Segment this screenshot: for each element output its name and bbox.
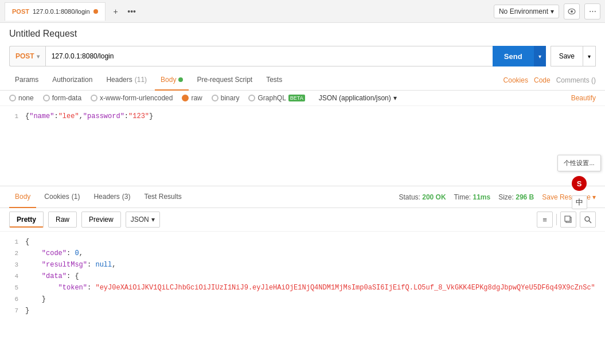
cookies-link[interactable]: Cookies [503, 76, 528, 84]
resp-wrap-button[interactable]: ≡ [537, 212, 553, 228]
settings-button[interactable]: ⋯ [584, 3, 600, 19]
response-status-row: Status: 200 OK Time: 11ms Size: 296 B Sa… [399, 193, 596, 201]
resp-raw-btn[interactable]: Raw [48, 212, 77, 228]
status-value: 200 OK [422, 193, 446, 201]
url-bar: POST ▾ Send ▾ Save ▾ [0, 42, 605, 70]
env-dropdown-icon: ▾ [551, 7, 554, 15]
code-content-1: {"name":"lee","password":"123"} [25, 112, 153, 120]
tab-authorization[interactable]: Authorization [46, 70, 98, 91]
tab-url: 127.0.0.1:8080/login [33, 8, 90, 15]
tab-pre-request[interactable]: Pre-request Script [191, 70, 258, 91]
format-dropdown-icon: ▾ [393, 94, 397, 102]
radio-none[interactable]: none [9, 94, 34, 102]
request-tab[interactable]: POST 127.0.0.1:8080/login [5, 2, 106, 21]
body-label: Body [161, 76, 176, 84]
resp-headers-label: Headers [93, 193, 119, 201]
env-label: No Environment [499, 7, 548, 15]
resp-tab-body[interactable]: Body [9, 186, 36, 208]
radio-none-label: none [18, 94, 34, 102]
resp-tab-headers[interactable]: Headers (3) [88, 186, 136, 208]
size-value: 296 B [516, 193, 534, 201]
environment-selector[interactable]: No Environment ▾ [494, 5, 559, 18]
size-label: Size: 296 B [498, 193, 534, 201]
resp-line-3: 3 "resultMsg": null, [0, 259, 605, 271]
status-label: Status: 200 OK [399, 193, 446, 201]
size-label-text: Size: [498, 193, 514, 201]
headers-count: (11) [135, 76, 147, 84]
resp-headers-count: (3) [122, 193, 131, 201]
save-response-button[interactable]: Save Response ▾ [542, 193, 596, 201]
env-preview-button[interactable] [564, 3, 580, 19]
tabs-overflow-button[interactable]: ••• [124, 3, 140, 19]
tab-tests[interactable]: Tests [260, 70, 288, 91]
radio-raw[interactable]: raw [182, 94, 202, 102]
response-section: Body Cookies (1) Headers (3) Test Result… [0, 186, 605, 329]
tab-headers[interactable]: Headers (11) [100, 70, 153, 91]
save-dropdown-button[interactable]: ▾ [583, 46, 596, 66]
resp-format-dropdown[interactable]: JSON ▾ [126, 212, 160, 228]
send-button[interactable]: Send [493, 46, 534, 66]
line-number-1: 1 [5, 113, 18, 120]
response-format-row: Pretty Raw Preview JSON ▾ ≡ [0, 208, 605, 232]
eye-icon [568, 9, 576, 14]
resp-cookies-count: (1) [72, 193, 80, 201]
save-response-dropdown-icon: ▾ [592, 193, 596, 201]
request-name: Untitled Request [0, 23, 605, 42]
format-selector[interactable]: JSON (application/json) ▾ [319, 94, 397, 102]
tab-body[interactable]: Body [155, 70, 189, 91]
status-label-text: Status: [399, 193, 420, 201]
radio-form-data-label: form-data [52, 94, 81, 102]
time-value: 11ms [473, 193, 491, 201]
radio-binary[interactable]: binary [212, 94, 240, 102]
body-type-row: none form-data x-www-form-urlencoded raw… [0, 91, 605, 106]
radio-form-data-circle [43, 95, 50, 101]
resp-line-2: 2 "code": 0, [0, 248, 605, 259]
personal-settings-label: 个性设置... [564, 159, 594, 166]
tab-method: POST [12, 8, 29, 15]
request-body-editor[interactable]: 1 {"name":"lee","password":"123"} [0, 106, 605, 186]
svg-point-4 [585, 217, 590, 221]
resp-tab-cookies[interactable]: Cookies (1) [38, 186, 85, 208]
format-label: JSON (application/json) [319, 94, 391, 102]
beautify-button[interactable]: Beautify [571, 94, 596, 102]
method-label: POST [15, 52, 34, 60]
resp-line-5: 5 "token": "eyJ0eXAiOiJKV1QiLCJhbGciOiJI… [0, 282, 605, 293]
radio-form-data[interactable]: form-data [43, 94, 81, 102]
url-input[interactable] [45, 46, 493, 66]
resp-action-icons: ≡ [537, 212, 596, 228]
radio-graphql[interactable]: GraphQL BETA [248, 94, 305, 102]
send-dropdown-button[interactable]: ▾ [534, 46, 546, 66]
resp-pretty-btn[interactable]: Pretty [9, 212, 44, 228]
tab-params[interactable]: Params [9, 70, 44, 91]
s-badge[interactable]: S [572, 176, 587, 191]
code-link[interactable]: Code [534, 76, 551, 84]
top-right-controls: No Environment ▾ ⋯ [494, 3, 600, 19]
method-dropdown-icon: ▾ [37, 53, 40, 60]
response-body-editor: 1 { 2 "code": 0, 3 "resultMsg": null, 4 … [0, 232, 605, 329]
top-bar: POST 127.0.0.1:8080/login + ••• No Envir… [0, 0, 605, 23]
new-tab-button[interactable]: + [108, 3, 124, 19]
svg-point-1 [571, 10, 573, 13]
resp-format-label: JSON [131, 216, 149, 224]
resp-tab-test-results[interactable]: Test Results [138, 186, 187, 208]
body-active-dot [178, 77, 183, 82]
save-button[interactable]: Save [551, 46, 583, 66]
comments-link[interactable]: Comments () [556, 76, 596, 84]
svg-line-5 [589, 221, 591, 223]
request-tabs-row: Params Authorization Headers (11) Body P… [0, 70, 605, 91]
time-label-text: Time: [454, 193, 471, 201]
resp-search-button[interactable] [580, 212, 596, 228]
radio-urlencoded[interactable]: x-www-form-urlencoded [91, 94, 173, 102]
radio-raw-label: raw [191, 94, 202, 102]
personal-settings-popup[interactable]: 个性设置... [557, 155, 600, 171]
radio-urlencoded-circle [91, 95, 97, 101]
save-dropdown-icon: ▾ [588, 53, 591, 60]
response-tabs-row: Body Cookies (1) Headers (3) Test Result… [0, 186, 605, 208]
time-label: Time: 11ms [454, 193, 491, 201]
method-selector[interactable]: POST ▾ [9, 46, 45, 66]
resp-preview-btn[interactable]: Preview [81, 212, 121, 228]
tabs-right-links: Cookies Code Comments () [503, 76, 596, 84]
cn-label[interactable]: 中 [572, 195, 587, 209]
resp-copy-button[interactable] [560, 212, 576, 228]
resp-line-1: 1 { [0, 236, 605, 248]
